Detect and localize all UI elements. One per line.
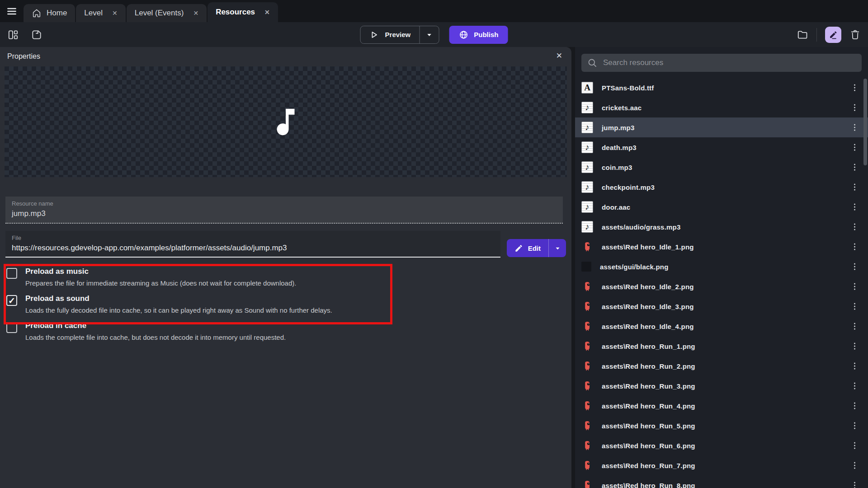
file-field[interactable]: File https://resources.gdevelop-app.com/… [5, 231, 500, 258]
edit-button[interactable]: Edit [507, 239, 548, 257]
resource-name: assets\Red hero_Run_7.png [602, 462, 695, 469]
image-file-icon [581, 340, 593, 352]
tab-bar: Home Level ✕ Level (Events) ✕ Resources … [0, 0, 868, 22]
tab-level-events-[interactable]: Level (Events) ✕ [127, 4, 207, 22]
image-file-icon [581, 400, 593, 412]
tab-close-icon[interactable]: ✕ [264, 9, 270, 16]
kebab-menu-icon[interactable] [852, 142, 857, 153]
resource-list-item[interactable]: ♪ checkpoint.mp3 [575, 177, 868, 197]
resource-name: assets\Red hero_Run_1.png [602, 343, 695, 350]
image-file-icon [581, 460, 593, 471]
resource-list-item[interactable]: assets\Red hero_Idle_1.png [575, 237, 868, 257]
image-file-icon [581, 479, 593, 488]
kebab-menu-icon[interactable] [852, 341, 857, 352]
kebab-menu-icon[interactable] [852, 242, 857, 252]
image-file-icon [581, 440, 593, 451]
audio-file-icon: ♪ [581, 102, 593, 113]
kebab-menu-icon[interactable] [852, 421, 857, 431]
search-resources-input[interactable]: Search resources [581, 54, 862, 72]
resource-list-item[interactable]: ♪ jump.mp3 [575, 117, 868, 137]
close-icon[interactable]: ✕ [556, 51, 562, 61]
kebab-menu-icon[interactable] [852, 321, 857, 332]
resource-name: assets\Red hero_Run_8.png [602, 482, 695, 488]
scrollbar-thumb[interactable] [863, 79, 867, 165]
kebab-menu-icon[interactable] [852, 301, 857, 312]
resource-name: assets\Red hero_Run_3.png [602, 382, 695, 390]
checkbox[interactable]: ✓ [6, 295, 17, 306]
tab-level[interactable]: Level ✕ [76, 4, 125, 22]
preview-button[interactable]: Preview [361, 26, 420, 43]
resource-list-item[interactable]: assets\Red hero_Idle_2.png [575, 277, 868, 296]
checkbox[interactable]: ✓ [6, 268, 17, 279]
resource-list-item[interactable]: assets/gui/black.png [575, 257, 868, 277]
pencil-icon [828, 30, 838, 40]
resource-name-value: jump.mp3 [12, 209, 557, 218]
resource-list-item[interactable]: assets\Red hero_Run_3.png [575, 376, 868, 396]
resource-preview-area [5, 66, 567, 177]
preview-dropdown-button[interactable] [420, 26, 439, 43]
edit-dropdown-button[interactable] [549, 239, 566, 257]
resource-name: jump.mp3 [602, 124, 634, 131]
kebab-menu-icon[interactable] [852, 83, 857, 93]
resource-list-item[interactable]: ♪ assets/audio/grass.mp3 [575, 217, 868, 237]
image-file-icon [581, 281, 593, 292]
option-description: Loads the fully decoded file into cache,… [25, 306, 332, 314]
preload-option-row: ✓ Preload in cache Loads the complete fi… [6, 321, 571, 341]
resource-list-item[interactable]: ♪ door.aac [575, 197, 868, 217]
resource-list-item[interactable]: ♪ coin.mp3 [575, 157, 868, 177]
panels-layout-button[interactable] [7, 29, 19, 41]
kebab-menu-icon[interactable] [852, 162, 857, 173]
resource-list-item[interactable]: assets\Red hero_Run_6.png [575, 436, 868, 455]
image-file-icon [581, 420, 593, 432]
file-row: File https://resources.gdevelop-app.com/… [5, 231, 566, 258]
resource-list-item[interactable]: assets\Red hero_Idle_4.png [575, 316, 868, 336]
kebab-menu-icon[interactable] [852, 262, 857, 272]
resource-name: crickets.aac [602, 104, 642, 112]
resource-name-field[interactable]: Resource name jump.mp3 [5, 197, 563, 224]
kebab-menu-icon[interactable] [852, 202, 857, 212]
edit-label: Edit [528, 244, 541, 252]
resource-list-item[interactable]: assets\Red hero_Run_8.png [575, 475, 868, 488]
kebab-menu-icon[interactable] [852, 480, 857, 488]
resource-list-item[interactable]: ♪ crickets.aac [575, 98, 868, 117]
kebab-menu-icon[interactable] [852, 361, 857, 371]
kebab-menu-icon[interactable] [852, 460, 857, 471]
trash-icon[interactable] [849, 29, 861, 40]
publish-button[interactable]: Publish [449, 26, 508, 44]
resource-name: assets\Red hero_Run_6.png [602, 442, 695, 450]
resource-list-item[interactable]: A PTSans-Bold.ttf [575, 78, 868, 98]
kebab-menu-icon[interactable] [852, 401, 857, 411]
kebab-menu-icon[interactable] [852, 441, 857, 451]
kebab-menu-icon[interactable] [852, 282, 857, 292]
main-menu-button[interactable] [0, 0, 24, 22]
preview-label: Preview [385, 31, 411, 38]
resource-list-item[interactable]: assets\Red hero_Run_2.png [575, 356, 868, 376]
kebab-menu-icon[interactable] [852, 381, 857, 391]
resource-list-item[interactable]: assets\Red hero_Run_4.png [575, 396, 868, 416]
kebab-menu-icon[interactable] [852, 103, 857, 113]
kebab-menu-icon[interactable] [852, 182, 857, 192]
kebab-menu-icon[interactable] [852, 122, 857, 133]
save-button[interactable] [31, 29, 42, 41]
option-label: Preload as sound [25, 294, 332, 304]
resource-list-item[interactable]: assets\Red hero_Idle_3.png [575, 296, 868, 316]
resource-list-item[interactable]: assets\Red hero_Run_7.png [575, 455, 868, 475]
tab-home[interactable]: Home [24, 4, 75, 22]
chevron-down-icon [425, 31, 433, 38]
resources-panel: Search resources A PTSans-Bold.ttf ♪ cri… [575, 47, 868, 488]
search-icon [587, 57, 598, 68]
publish-label: Publish [474, 31, 498, 38]
checkbox[interactable]: ✓ [6, 322, 17, 333]
edit-mode-button[interactable] [825, 27, 841, 43]
kebab-menu-icon[interactable] [852, 222, 857, 232]
resource-list-item[interactable]: assets\Red hero_Run_1.png [575, 336, 868, 356]
tab-close-icon[interactable]: ✕ [193, 9, 198, 17]
tab-close-icon[interactable]: ✕ [112, 9, 118, 17]
tab-resources[interactable]: Resources ✕ [208, 2, 278, 22]
resource-name: assets/audio/grass.mp3 [602, 223, 680, 231]
properties-header: Properties ✕ [0, 47, 571, 66]
resource-list-item[interactable]: ♪ death.mp3 [575, 137, 868, 157]
resource-list-item[interactable]: assets\Red hero_Run_5.png [575, 416, 868, 436]
audio-file-icon: ♪ [581, 201, 593, 213]
folder-icon[interactable] [797, 29, 808, 41]
